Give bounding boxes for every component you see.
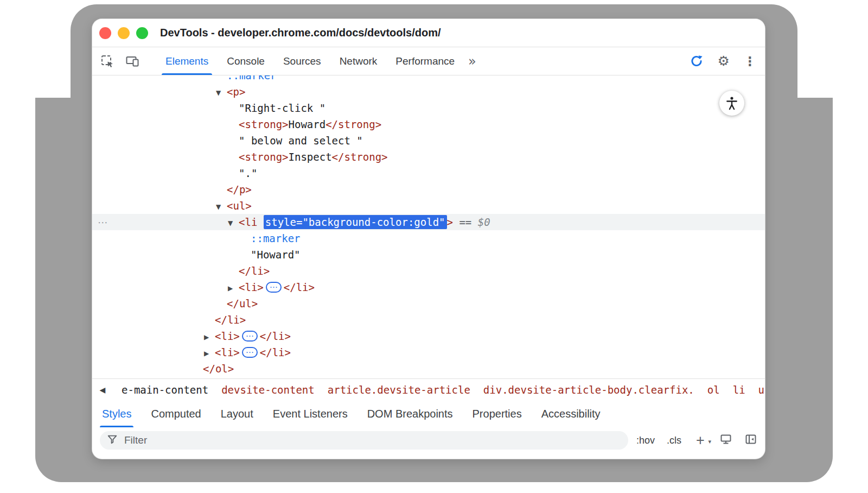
code-space bbox=[257, 216, 263, 228]
equals-sign: == bbox=[459, 216, 471, 228]
dom-tree-row[interactable]: ::marker bbox=[92, 75, 765, 84]
dom-tree-row[interactable]: </ol> bbox=[92, 361, 765, 377]
code-text-node: " below and select " bbox=[239, 135, 363, 147]
more-tabs-icon[interactable]: » bbox=[464, 47, 481, 75]
tab-dom-breakpoints[interactable]: DOM Breakpoints bbox=[358, 400, 463, 427]
toggle-hover-state-button[interactable]: :hov bbox=[636, 435, 655, 446]
expand-arrow-icon[interactable]: ▶ bbox=[204, 329, 215, 345]
breadcrumb-item[interactable]: e-main-content bbox=[122, 384, 208, 396]
toggle-sidebar-icon[interactable] bbox=[744, 433, 757, 448]
code-tag: </li> bbox=[260, 346, 291, 358]
dom-tree-row[interactable]: ▶<li>⋯</li> bbox=[92, 279, 765, 295]
tab-computed[interactable]: Computed bbox=[141, 400, 210, 427]
dom-tree-row[interactable]: <strong>Howard</strong> bbox=[92, 116, 765, 132]
collapse-arrow-icon[interactable]: ▼ bbox=[228, 215, 239, 231]
collapse-arrow-icon[interactable]: ▼ bbox=[216, 85, 227, 101]
settings-gear-icon[interactable]: ⚙ bbox=[718, 53, 730, 69]
code-pseudo-element: ::marker bbox=[251, 232, 301, 244]
minimize-window-icon[interactable] bbox=[118, 27, 130, 39]
plus-icon: + bbox=[696, 432, 705, 448]
code-tag: </li> bbox=[260, 330, 291, 342]
rendering-display-icon[interactable] bbox=[719, 433, 732, 448]
code-tag: </li> bbox=[284, 281, 315, 293]
close-window-icon[interactable] bbox=[99, 27, 111, 39]
dom-tree-row[interactable]: </li> bbox=[92, 312, 765, 328]
dom-tree-row[interactable]: ▶<li>⋯</li> bbox=[92, 344, 765, 361]
filter-input[interactable] bbox=[123, 434, 622, 447]
code-tag: <ul> bbox=[227, 200, 252, 212]
dom-tree-row[interactable]: ::marker bbox=[92, 230, 765, 246]
tab-accessibility[interactable]: Accessibility bbox=[532, 400, 610, 427]
filter-bar-actions: :hov .cls + ▾ bbox=[636, 433, 757, 448]
refresh-badge-icon[interactable] bbox=[690, 54, 704, 68]
expand-children-icon[interactable]: ⋯ bbox=[242, 347, 258, 358]
dom-tree-row-selected[interactable]: ⋯▼<li style="background-color:gold"> == … bbox=[92, 214, 765, 230]
inspect-element-icon[interactable] bbox=[100, 54, 114, 68]
dom-tree-row[interactable]: " below and select " bbox=[92, 132, 765, 149]
window-title: DevTools - developer.chrome.com/docs/dev… bbox=[160, 19, 441, 47]
code-tag: <p> bbox=[227, 86, 245, 98]
filter-field[interactable] bbox=[100, 431, 628, 450]
dom-tree-row[interactable]: </li> bbox=[92, 263, 765, 279]
code-space bbox=[453, 216, 459, 228]
code-tag: <li bbox=[239, 216, 257, 228]
code-text-node: "." bbox=[239, 167, 257, 179]
code-tag: <strong> bbox=[239, 151, 289, 163]
code-text-node: "Howard" bbox=[251, 249, 301, 261]
breadcrumb-item[interactable]: li bbox=[733, 384, 745, 396]
breadcrumb-item[interactable]: article.devsite-article bbox=[328, 384, 470, 396]
tab-layout[interactable]: Layout bbox=[211, 400, 263, 427]
new-style-rule-button[interactable]: + ▾ bbox=[693, 433, 707, 447]
tab-event-listeners[interactable]: Event Listeners bbox=[263, 400, 358, 427]
dom-tree-row[interactable]: </ul> bbox=[92, 295, 765, 312]
dom-tree: ::marker▼<p>"Right-click "<strong>Howard… bbox=[92, 75, 765, 377]
dom-tree-row[interactable]: "." bbox=[92, 165, 765, 181]
devtools-window: DevTools - developer.chrome.com/docs/dev… bbox=[92, 19, 765, 459]
tab-performance[interactable]: Performance bbox=[386, 47, 464, 75]
new-style-rule-dropdown-icon: ▾ bbox=[708, 435, 711, 449]
dom-tree-row[interactable]: "Howard" bbox=[92, 246, 765, 263]
dom-tree-row[interactable]: "Right-click " bbox=[92, 100, 765, 116]
code-text-node: Inspect bbox=[289, 151, 332, 163]
toggle-device-toolbar-icon[interactable] bbox=[125, 54, 139, 68]
expand-children-icon[interactable]: ⋯ bbox=[266, 282, 282, 293]
styles-filter-bar: :hov .cls + ▾ bbox=[92, 427, 765, 453]
toggle-classes-button[interactable]: .cls bbox=[667, 435, 681, 446]
accessibility-button[interactable] bbox=[719, 91, 744, 116]
kebab-menu-icon[interactable]: ⋮ bbox=[744, 54, 756, 68]
dom-tree-row[interactable]: <strong>Inspect</strong> bbox=[92, 149, 765, 165]
row-overflow-menu-icon[interactable]: ⋯ bbox=[98, 214, 108, 230]
accessibility-person-icon bbox=[724, 96, 739, 111]
code-tag: </strong> bbox=[326, 118, 381, 130]
tab-console[interactable]: Console bbox=[218, 47, 274, 75]
tab-network[interactable]: Network bbox=[330, 47, 387, 75]
breadcrumb-item[interactable]: ol bbox=[707, 384, 720, 396]
tab-properties[interactable]: Properties bbox=[463, 400, 532, 427]
collapse-arrow-icon[interactable]: ▼ bbox=[216, 199, 227, 215]
code-text-node: Howard bbox=[289, 118, 326, 130]
title-bar: DevTools - developer.chrome.com/docs/dev… bbox=[92, 19, 765, 47]
panel-tabs: Elements Console Sources Network Perform… bbox=[156, 47, 481, 75]
dom-tree-row[interactable]: ▼<ul> bbox=[92, 198, 765, 214]
breadcrumb-scroll-left-icon[interactable]: ◀ bbox=[97, 385, 108, 394]
code-tag: </p> bbox=[227, 184, 252, 195]
dom-tree-row[interactable]: </p> bbox=[92, 181, 765, 198]
tab-styles[interactable]: Styles bbox=[92, 400, 141, 427]
styles-panel-tabs: Styles Computed Layout Event Listeners D… bbox=[92, 400, 765, 428]
code-text-node: "Right-click " bbox=[239, 102, 326, 114]
code-tag: </ol> bbox=[203, 363, 234, 375]
zoom-window-icon[interactable] bbox=[136, 27, 148, 39]
breadcrumb-item[interactable]: div.devsite-article-body.clearfix. bbox=[483, 384, 694, 396]
code-tag: </strong> bbox=[332, 151, 388, 163]
tab-sources[interactable]: Sources bbox=[274, 47, 330, 75]
expand-children-icon[interactable]: ⋯ bbox=[242, 331, 258, 342]
code-tag: <li> bbox=[215, 346, 240, 358]
breadcrumb-item[interactable]: ul bbox=[758, 384, 765, 396]
dom-tree-row[interactable]: ▼<p> bbox=[92, 84, 765, 100]
code-attribute-selected[interactable]: style="background-color:gold" bbox=[264, 215, 447, 229]
tab-elements[interactable]: Elements bbox=[156, 47, 218, 75]
expand-arrow-icon[interactable]: ▶ bbox=[204, 345, 215, 362]
expand-arrow-icon[interactable]: ▶ bbox=[228, 280, 239, 296]
breadcrumb-item[interactable]: devsite-content bbox=[221, 384, 315, 396]
dom-tree-row[interactable]: ▶<li>⋯</li> bbox=[92, 328, 765, 344]
